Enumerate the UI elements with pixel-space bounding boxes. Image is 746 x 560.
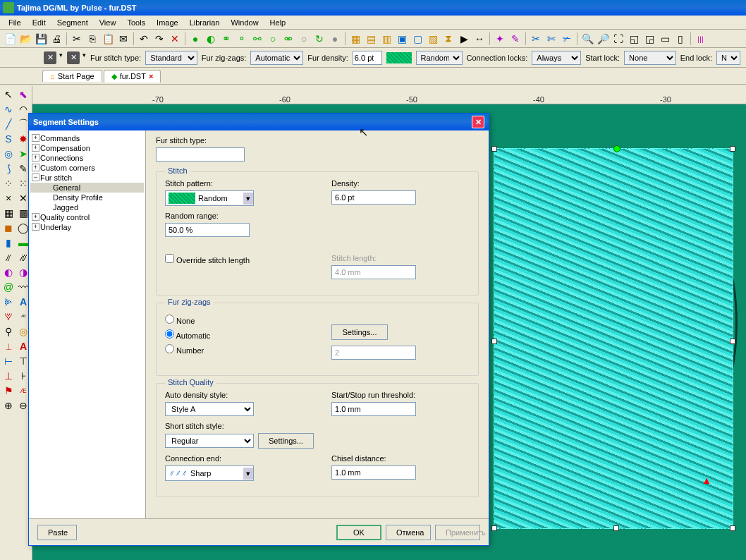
paste-icon[interactable]: 📋 bbox=[101, 32, 115, 46]
layer1-icon[interactable]: ▦ bbox=[348, 32, 362, 46]
line-icon[interactable]: ╱ bbox=[1, 117, 16, 131]
curve-icon[interactable]: ⟆ bbox=[1, 162, 16, 176]
fur-zigzags-select[interactable]: Automatic bbox=[250, 51, 303, 65]
dialog-titlebar[interactable]: Segment Settings ✕ bbox=[29, 114, 489, 130]
select-tool-icon[interactable]: ↖ bbox=[1, 87, 16, 102]
zoom-in-icon[interactable]: 🔍 bbox=[580, 32, 594, 46]
bezier-icon[interactable]: ∿ bbox=[1, 102, 16, 116]
layer3-icon[interactable]: ▥ bbox=[379, 32, 393, 46]
misc1-icon[interactable]: ⊕ bbox=[1, 398, 16, 413]
tree-commands[interactable]: Commands bbox=[30, 133, 144, 143]
close1-icon[interactable]: ✕ bbox=[44, 51, 56, 64]
connection-locks-select[interactable]: Always bbox=[532, 51, 581, 65]
menu-librarian[interactable]: Librarian bbox=[184, 17, 226, 28]
menu-segment[interactable]: Segment bbox=[51, 17, 94, 28]
zz-number-label[interactable]: Number bbox=[165, 344, 303, 355]
resize-handle-se[interactable] bbox=[730, 525, 735, 531]
combo-arrow2-icon[interactable]: ▾ bbox=[243, 468, 253, 480]
link4-icon[interactable]: ⚮ bbox=[281, 32, 295, 46]
circle2-icon[interactable]: ◐ bbox=[204, 32, 218, 46]
tree-connections[interactable]: Connections bbox=[30, 153, 144, 163]
circle3-icon[interactable]: ○ bbox=[266, 32, 280, 46]
paste-button[interactable]: Paste bbox=[37, 525, 77, 540]
delete-icon[interactable]: ✕ bbox=[168, 32, 182, 46]
link2-icon[interactable]: ⚬ bbox=[235, 32, 249, 46]
emb-icon[interactable]: ⚲ bbox=[1, 324, 16, 339]
zz-auto-radio[interactable] bbox=[165, 329, 174, 339]
email-icon[interactable]: ✉ bbox=[116, 32, 130, 46]
fill1-icon[interactable]: ▮ bbox=[1, 236, 16, 250]
resize-handle-e[interactable] bbox=[730, 339, 735, 344]
layer4-icon[interactable]: ▨ bbox=[426, 32, 440, 46]
hatch-icon[interactable]: ⫽ bbox=[1, 250, 16, 264]
link3-icon[interactable]: ⚯ bbox=[250, 32, 264, 46]
needle-icon[interactable]: ⟂ bbox=[1, 339, 16, 353]
preview-icon[interactable]: ▶ bbox=[457, 32, 471, 46]
xx-icon[interactable]: × bbox=[1, 191, 16, 205]
print-icon[interactable]: 🖨 bbox=[49, 32, 63, 46]
group-icon[interactable]: ▣ bbox=[395, 32, 409, 46]
zz-none-radio[interactable] bbox=[165, 315, 174, 324]
zz-none-label[interactable]: None bbox=[165, 315, 303, 325]
ww-icon[interactable]: ⫸ bbox=[1, 295, 16, 309]
undo-icon[interactable]: ↶ bbox=[137, 32, 151, 46]
short-stitch-settings-button[interactable]: Settings... bbox=[258, 433, 314, 449]
zigzag-settings-button[interactable]: Settings... bbox=[331, 324, 388, 340]
menu-window[interactable]: Window bbox=[225, 17, 264, 28]
menu-help[interactable]: Help bbox=[264, 17, 292, 28]
dialog-close-button[interactable]: ✕ bbox=[472, 116, 484, 128]
refresh-icon[interactable]: ↻ bbox=[312, 32, 326, 46]
scissors3-icon[interactable]: ✃ bbox=[560, 32, 574, 46]
auto-density-select[interactable]: Style A bbox=[165, 402, 254, 416]
t1-icon[interactable]: ⊢ bbox=[1, 354, 16, 368]
sq-icon[interactable]: ◼ bbox=[1, 221, 16, 235]
tree-fur-stitch[interactable]: Fur stitch bbox=[30, 173, 144, 183]
menu-view[interactable]: View bbox=[94, 17, 122, 28]
t3-icon[interactable]: ⊥ bbox=[1, 369, 16, 383]
chisel-input[interactable] bbox=[331, 465, 416, 480]
override-checkbox[interactable] bbox=[165, 254, 174, 263]
zoom-out-icon[interactable]: 🔎 bbox=[596, 32, 610, 46]
tab-fur-dst[interactable]: ◆ fur.DST × bbox=[104, 70, 161, 83]
tab-close-icon[interactable]: × bbox=[149, 72, 153, 80]
resize-handle-w[interactable] bbox=[491, 339, 497, 344]
s-icon[interactable]: S bbox=[1, 132, 16, 146]
combo-arrow-icon[interactable]: ▾ bbox=[243, 193, 253, 205]
threshold-input[interactable] bbox=[331, 402, 416, 416]
wand-icon[interactable]: ✦ bbox=[493, 32, 507, 46]
menu-file[interactable]: File bbox=[3, 17, 27, 28]
circle1-icon[interactable]: ● bbox=[188, 32, 202, 46]
ok-button[interactable]: OK bbox=[336, 525, 381, 540]
end-icon[interactable]: ⫼ bbox=[694, 32, 708, 46]
save-icon[interactable]: 💾 bbox=[34, 32, 48, 46]
pointer-icon[interactable]: ⬉ bbox=[16, 87, 30, 102]
end-lock-select[interactable]: Non bbox=[716, 51, 740, 65]
density-input[interactable] bbox=[331, 190, 416, 205]
fur-stitch-type-select[interactable]: Standard bbox=[145, 51, 197, 65]
embroidery-object[interactable]: ▲ bbox=[494, 148, 733, 529]
zoom3-icon[interactable]: ▭ bbox=[658, 32, 672, 46]
fur-density-input[interactable] bbox=[353, 51, 382, 65]
scissors1-icon[interactable]: ✂ bbox=[529, 32, 543, 46]
fit-icon[interactable]: ⛶ bbox=[611, 32, 625, 46]
link1-icon[interactable]: ⚭ bbox=[219, 32, 233, 46]
close2-icon[interactable]: ✕ bbox=[67, 51, 80, 64]
copy-icon[interactable]: ⎘ bbox=[85, 32, 99, 46]
redo-icon[interactable]: ↷ bbox=[152, 32, 166, 46]
tree-quality-control[interactable]: Quality control bbox=[30, 212, 144, 222]
arrows-icon[interactable]: ↔ bbox=[472, 32, 487, 46]
layer2-icon[interactable]: ▤ bbox=[364, 32, 378, 46]
pattern-select[interactable]: Random bbox=[416, 51, 463, 65]
spiral-icon[interactable]: @ bbox=[1, 280, 16, 294]
brush-icon[interactable]: ✎ bbox=[508, 32, 522, 46]
resize-handle-nw[interactable] bbox=[491, 146, 497, 152]
menu-tools[interactable]: Tools bbox=[121, 17, 151, 28]
menu-edit[interactable]: Edit bbox=[27, 17, 51, 28]
circle4-icon[interactable]: ○ bbox=[297, 32, 311, 46]
zz-auto-label[interactable]: Automatic bbox=[165, 329, 303, 340]
resize-handle-ne[interactable] bbox=[730, 146, 735, 152]
dots-icon[interactable]: ⁘ bbox=[1, 176, 16, 190]
tab-start-page[interactable]: ⌂ Start Page bbox=[42, 70, 102, 82]
ring-icon[interactable]: ◎ bbox=[1, 147, 16, 161]
new-icon[interactable]: 📄 bbox=[3, 32, 17, 46]
